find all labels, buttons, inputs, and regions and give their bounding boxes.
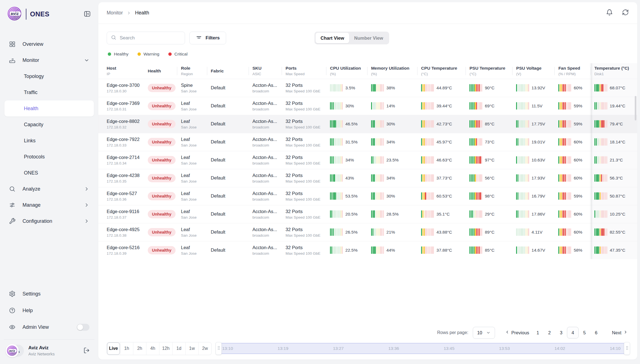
host-name: Edge-core-3700 [107, 83, 142, 88]
gauge: 60% [558, 156, 588, 164]
time-range-1h[interactable]: 1h [120, 342, 133, 355]
refresh-button[interactable] [622, 9, 629, 17]
timeline-strip[interactable]: 13:1013:1913:2713:3613:4513:5314:0214:10 [218, 343, 628, 354]
sidebar-item-links[interactable]: Links [4, 133, 94, 149]
sidebar-item-monitor[interactable]: Monitor [4, 52, 94, 68]
vertical-scrollbar[interactable] [635, 96, 636, 120]
host-ip: 172.18.0.34 [107, 161, 142, 165]
gauge-bars-icon [469, 138, 482, 146]
sidebar-item-protocols[interactable]: Protocols [4, 149, 94, 165]
sidebar-item-traffic[interactable]: Traffic [4, 84, 94, 100]
table-header-row: HostIPHealthRoleRegionFabricSKUASICPorts… [98, 63, 637, 79]
sidebar-item-configuration[interactable]: Configuration [4, 213, 94, 229]
gauge-bars-icon [421, 210, 434, 218]
sidebar-item-ones[interactable]: ONES [4, 165, 94, 181]
gauge-value: 46.5% [345, 122, 358, 127]
avatar[interactable]: A aviz [6, 344, 24, 357]
filters-button[interactable]: Filters [189, 32, 226, 44]
table-row[interactable]: Edge-core-8802172.18.0.32UnhealthyLeafSa… [98, 115, 637, 133]
column-subtitle: (% / RPM) [558, 72, 588, 76]
timeline-right-handle[interactable] [624, 342, 630, 355]
time-range-12h[interactable]: 12h [159, 342, 172, 355]
sidebar-item-manage[interactable]: Manage [4, 197, 94, 213]
fabric-cell: Default [207, 97, 249, 115]
tab-chart-view[interactable]: Chart View [316, 33, 349, 43]
time-range-live[interactable]: Live [107, 342, 120, 355]
gauge-value: 22.5% [345, 248, 358, 253]
legend-label: Critical [174, 52, 188, 57]
page-5[interactable]: 5 [579, 327, 590, 338]
gauge-value: 10.63V [532, 158, 545, 163]
time-range-1w[interactable]: 1w [185, 342, 198, 355]
table-row[interactable]: Edge-core-7369172.18.0.31UnhealthyLeafSa… [98, 97, 637, 115]
grid-icon [9, 41, 16, 47]
table-row[interactable]: Edge-core-4238172.18.0.35UnhealthyLeafSa… [98, 169, 637, 187]
page-1[interactable]: 1 [532, 327, 544, 338]
table-row[interactable]: Edge-core-9116172.18.0.37UnhealthyLeafSa… [98, 205, 637, 223]
time-range-1d[interactable]: 1d [172, 342, 185, 355]
column-title: CPU Utilization [330, 66, 365, 71]
table-row[interactable]: Edge-core-4925172.18.0.38UnhealthyLeafSa… [98, 223, 637, 241]
gauge-value: 11.5V [532, 103, 542, 108]
table-row[interactable]: Edge-core-3700172.18.0.30UnhealthySpineS… [98, 79, 637, 97]
column-title: Fan Speed [558, 66, 588, 71]
sidebar-item-topology[interactable]: Topology [4, 68, 94, 84]
sidebar-item-help[interactable]: Help [4, 302, 94, 319]
previous-page-button[interactable]: Previous [505, 330, 529, 335]
user-org: Aviz Networks [28, 352, 55, 356]
search-input[interactable] [119, 35, 181, 41]
table-row[interactable]: Edge-core-7922172.18.0.33UnhealthyLeafSa… [98, 133, 637, 151]
ports: 32 Ports [286, 83, 324, 88]
page-6[interactable]: 6 [590, 327, 602, 338]
gauge-value: 23.5% [386, 158, 399, 163]
host-cell: Edge-core-7922172.18.0.33 [98, 133, 144, 151]
max-speed: Max Speed 100 GbE [286, 143, 324, 147]
table-row[interactable]: Edge-core-527172.18.0.36UnhealthyLeafSan… [98, 187, 637, 205]
time-range-2h[interactable]: 2h [133, 342, 146, 355]
host-cell: Edge-core-2714172.18.0.34 [98, 151, 144, 169]
sidebar-item-analyze[interactable]: Analyze [4, 181, 94, 197]
sidebar-item-health[interactable]: Health [4, 100, 94, 117]
brand: aviz ONES [4, 0, 94, 22]
table-row[interactable]: Edge-core-5216172.18.0.39UnhealthyLeafSa… [98, 241, 637, 259]
sidebar-collapse-button[interactable] [82, 9, 92, 19]
fan-speed-cell: 58% [554, 241, 591, 259]
time-range-2w[interactable]: 2w [198, 342, 211, 355]
page-4[interactable]: 4 [567, 327, 579, 338]
gauge-bars-icon [371, 84, 384, 92]
logout-button[interactable] [82, 347, 92, 355]
sku: Accton-As... [252, 101, 279, 106]
gauge: 89°C [469, 228, 510, 236]
gauge-bars-icon [516, 228, 529, 236]
psu-temperature-cell: 98°C [466, 187, 512, 205]
time-range-4h[interactable]: 4h [146, 342, 159, 355]
rows-per-page-select[interactable]: 10 [473, 327, 495, 339]
gauge-value: 17.86V [532, 212, 545, 217]
admin-view-toggle[interactable] [77, 324, 89, 331]
search-box[interactable] [107, 32, 185, 44]
view-toggle: Chart ViewNumber View [314, 32, 389, 44]
page-2[interactable]: 2 [544, 327, 555, 338]
asic: broadcom [252, 179, 279, 183]
next-page-button[interactable]: Next [612, 330, 628, 335]
gauge-value: 42.73°C [436, 122, 452, 127]
timeline-left-handle[interactable] [216, 342, 222, 355]
region: San Jose [181, 179, 204, 183]
breadcrumb-monitor[interactable]: Monitor [107, 10, 123, 16]
sidebar-item-capacity[interactable]: Capacity [4, 117, 94, 133]
column-title: Memory Utilization [371, 66, 415, 71]
gauge: 59% [558, 102, 588, 110]
sku: Accton-As... [252, 173, 279, 178]
memory-utilization-cell: 38% [367, 79, 417, 97]
sidebar-item-admin-view[interactable]: Admin View [4, 319, 94, 335]
page-3[interactable]: 3 [555, 327, 567, 338]
sku: Accton-As... [252, 137, 279, 142]
sidebar-item-settings[interactable]: Settings [4, 285, 94, 302]
host-cell: Edge-core-527172.18.0.36 [98, 187, 144, 205]
notifications-button[interactable] [606, 9, 613, 17]
tab-number-view[interactable]: Number View [349, 33, 388, 43]
table-row[interactable]: Edge-core-2714172.18.0.34UnhealthyLeafSa… [98, 151, 637, 169]
sidebar-item-overview[interactable]: Overview [4, 36, 94, 52]
sku-cell: Accton-As...broadcom [249, 133, 282, 151]
max-speed: Max Speed 100 GbE [286, 197, 324, 201]
